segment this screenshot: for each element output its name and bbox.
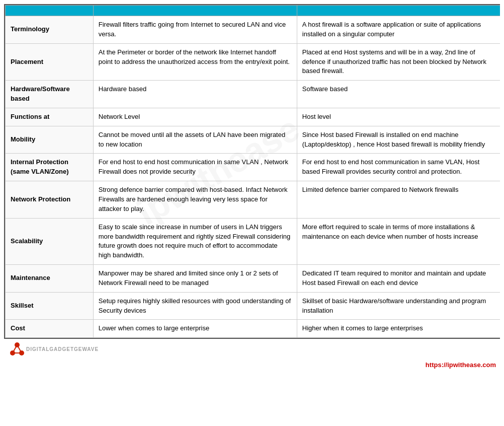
host-value: More effort required to scale in terms o…	[297, 218, 500, 264]
param-label: Functions at	[6, 108, 94, 126]
host-value: Software based	[297, 81, 500, 108]
param-label: Internal Protection (same VLAN/Zone)	[6, 154, 94, 181]
network-value: Setup requires highly skilled resources …	[93, 292, 297, 320]
svg-line-3	[13, 345, 17, 353]
table-row: Hardware/Software basedHardware basedSof…	[6, 81, 500, 108]
network-value: Strong defence barrier compared with hos…	[93, 181, 297, 219]
logo-icon	[8, 340, 26, 358]
table-row: MobilityCannot be moved until all the as…	[6, 126, 500, 154]
param-label: Terminology	[6, 16, 94, 44]
network-value: At the Perimeter or border of the networ…	[93, 43, 297, 81]
network-value: Hardware based	[93, 81, 297, 108]
host-value: Higher when it comes to large enterprise…	[297, 320, 500, 338]
comparison-table-wrapper: TerminologyFirewall filters traffic goin…	[4, 4, 500, 371]
param-label: Skillset	[6, 292, 94, 320]
table-row: CostLower when comes to large enterprise…	[6, 320, 500, 338]
host-value: Placed at end Host systems and will be i…	[297, 43, 500, 81]
network-value: Manpower may be shared and limited since…	[93, 265, 297, 293]
param-label: Network Protection	[6, 181, 94, 219]
footer: https://ipwithease.com	[4, 359, 500, 371]
param-label: Cost	[6, 320, 94, 338]
network-value: For end host to end host communication i…	[93, 154, 297, 181]
table-row: Internal Protection (same VLAN/Zone)For …	[6, 154, 500, 181]
header-host-firewall	[297, 6, 500, 16]
param-label: Placement	[6, 43, 94, 81]
host-value: Dedicated IT team required to monitor an…	[297, 265, 500, 293]
table-row: Functions atNetwork LevelHost level	[6, 108, 500, 126]
host-value: Limited defence barrier compared to Netw…	[297, 181, 500, 219]
param-label: Scalability	[6, 218, 94, 264]
table-row: Network ProtectionStrong defence barrier…	[6, 181, 500, 219]
host-value: A host firewall is a software applicatio…	[297, 16, 500, 44]
param-label: Maintenance	[6, 265, 94, 293]
network-value: Lower when comes to large enterprise	[93, 320, 297, 338]
param-label: Hardware/Software based	[6, 81, 94, 108]
host-value: Host level	[297, 108, 500, 126]
svg-line-4	[17, 345, 22, 353]
table-row: TerminologyFirewall filters traffic goin…	[6, 16, 500, 44]
header-parameter	[6, 6, 94, 16]
host-value: Since Host based Firewall is installed o…	[297, 126, 500, 154]
param-label: Mobility	[6, 126, 94, 154]
website-link[interactable]: https://ipwithease.com	[426, 361, 496, 369]
table-row: SkillsetSetup requires highly skilled re…	[6, 292, 500, 320]
network-value: Network Level	[93, 108, 297, 126]
header-network-firewall	[93, 6, 297, 16]
table-row: PlacementAt the Perimeter or border of t…	[6, 43, 500, 81]
network-value: Firewall filters traffic going from Inte…	[93, 16, 297, 44]
network-value: Easy to scale since increase in number o…	[93, 218, 297, 264]
table-row: MaintenanceManpower may be shared and li…	[6, 265, 500, 293]
host-value: For end host to end host communication i…	[297, 154, 500, 181]
logo-text: DIGITALGADGETGEWAVE	[26, 346, 99, 352]
host-value: Skillset of basic Hardware/software unde…	[297, 292, 500, 320]
network-value: Cannot be moved until all the assets of …	[93, 126, 297, 154]
table-row: ScalabilityEasy to scale since increase …	[6, 218, 500, 264]
